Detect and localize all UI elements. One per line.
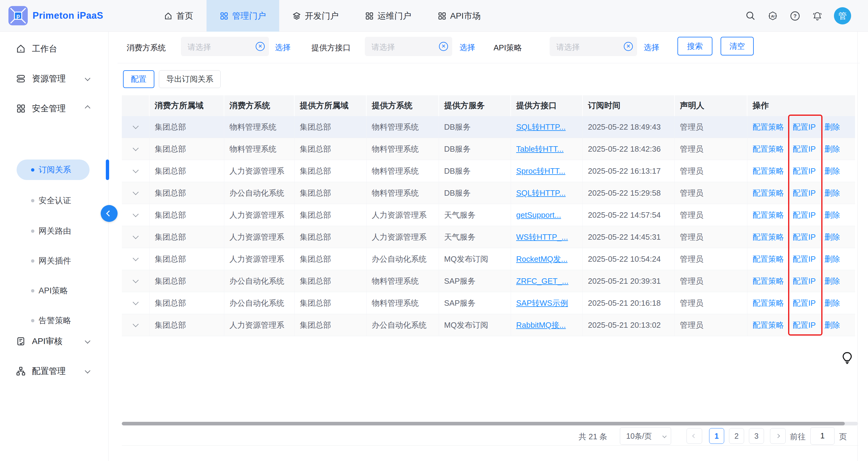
configure-ip-link[interactable]: 配置IP bbox=[793, 270, 816, 292]
goto-page-input[interactable]: 1 bbox=[810, 427, 835, 445]
delete-link[interactable]: 删除 bbox=[825, 160, 840, 182]
page-button-2[interactable]: 2 bbox=[729, 428, 744, 444]
row-expand-icon[interactable] bbox=[133, 167, 139, 173]
provider-interface-link[interactable]: WS转HTTP_... bbox=[516, 233, 568, 242]
lightbulb-helper-icon[interactable] bbox=[841, 351, 854, 364]
ai-assistant-icon[interactable]: AI bbox=[767, 10, 778, 22]
configure-policy-link[interactable]: 配置策略 bbox=[752, 160, 784, 182]
tab-home[interactable]: 首页 bbox=[151, 0, 207, 32]
row-expand-icon[interactable] bbox=[133, 255, 139, 261]
configure-policy-link[interactable]: 配置策略 bbox=[752, 248, 784, 270]
configure-ip-link[interactable]: 配置IP bbox=[793, 138, 816, 160]
configure-policy-link[interactable]: 配置策略 bbox=[752, 204, 784, 226]
page-button-1[interactable]: 1 bbox=[709, 428, 724, 444]
provider-interface-link[interactable]: getSupport... bbox=[516, 211, 561, 219]
configure-policy-link[interactable]: 配置策略 bbox=[752, 182, 784, 204]
configure-ip-link[interactable]: 配置IP bbox=[793, 292, 816, 314]
row-expand-icon[interactable] bbox=[133, 123, 139, 129]
sidebar-item-alert-policy[interactable]: 告警策略 bbox=[0, 311, 108, 330]
page-size-select[interactable]: 10条/页 bbox=[620, 427, 671, 445]
export-subscriptions-button[interactable]: 导出订阅关系 bbox=[159, 70, 221, 88]
tab-dev-portal[interactable]: 开发门户 bbox=[279, 0, 352, 32]
provider-interface-link[interactable]: SAP转WS示例 bbox=[516, 299, 568, 308]
sidebar-item-workbench[interactable]: 工作台 bbox=[0, 39, 108, 59]
api-policy-select-link[interactable]: 选择 bbox=[644, 42, 659, 53]
provider-interface-link[interactable]: Table转HTT... bbox=[516, 145, 564, 153]
row-expand-icon[interactable] bbox=[133, 189, 139, 195]
api-policy-input[interactable]: 请选择 ✕ bbox=[550, 37, 637, 56]
row-expand-icon[interactable] bbox=[133, 145, 139, 151]
horizontal-scrollbar-thumb[interactable] bbox=[122, 422, 845, 425]
provider-interface-input[interactable]: 请选择 ✕ bbox=[365, 37, 452, 56]
configure-ip-link[interactable]: 配置IP bbox=[793, 226, 816, 248]
table-row[interactable]: 集团总部 人力资源管理系 集团总部 人力资源管理系 天气服务 WS转HTTP_.… bbox=[122, 226, 855, 248]
row-expand-icon[interactable] bbox=[133, 277, 139, 283]
configure-policy-link[interactable]: 配置策略 bbox=[752, 292, 784, 314]
table-row[interactable]: 集团总部 人力资源管理系 集团总部 办公自动化系统 MQ发布订阅 RabbitM… bbox=[122, 314, 855, 336]
configure-policy-link[interactable]: 配置策略 bbox=[752, 226, 784, 248]
row-expand-icon[interactable] bbox=[133, 211, 139, 217]
row-expand-icon[interactable] bbox=[133, 299, 139, 305]
clear-button[interactable]: 清空 bbox=[720, 37, 754, 56]
clear-input-icon[interactable]: ✕ bbox=[439, 42, 448, 51]
delete-link[interactable]: 删除 bbox=[825, 314, 840, 336]
delete-link[interactable]: 删除 bbox=[825, 226, 840, 248]
table-row[interactable]: 集团总部 人力资源管理系 集团总部 人力资源管理系 天气服务 getSuppor… bbox=[122, 204, 855, 226]
table-row[interactable]: 集团总部 办公自动化系统 集团总部 物料管理系统 DB服务 SQL转HTTP..… bbox=[122, 182, 855, 204]
sidebar-item-api-policy[interactable]: API策略 bbox=[0, 282, 108, 300]
delete-link[interactable]: 删除 bbox=[825, 138, 840, 160]
delete-link[interactable]: 删除 bbox=[825, 292, 840, 314]
table-row[interactable]: 集团总部 人力资源管理系 集团总部 物料管理系统 DB服务 Sproc转HTT.… bbox=[122, 160, 855, 182]
configure-ip-link[interactable]: 配置IP bbox=[793, 248, 816, 270]
row-expand-icon[interactable] bbox=[133, 321, 139, 327]
row-expand-icon[interactable] bbox=[133, 233, 139, 239]
configure-policy-link[interactable]: 配置策略 bbox=[752, 314, 784, 336]
sidebar-item-resource-mgmt[interactable]: 资源管理 bbox=[0, 69, 108, 88]
configure-policy-link[interactable]: 配置策略 bbox=[752, 116, 784, 138]
clear-input-icon[interactable]: ✕ bbox=[256, 42, 265, 51]
configure-ip-link[interactable]: 配置IP bbox=[793, 204, 816, 226]
configure-policy-link[interactable]: 配置策略 bbox=[752, 270, 784, 292]
clear-input-icon[interactable]: ✕ bbox=[624, 42, 633, 51]
configure-ip-link[interactable]: 配置IP bbox=[793, 314, 816, 336]
tab-api-market[interactable]: API市场 bbox=[425, 0, 494, 32]
sidebar-item-security-mgmt[interactable]: 安全管理 bbox=[0, 99, 108, 118]
table-row[interactable]: 集团总部 办公自动化系统 集团总部 物料管理系统 SAP服务 ZRFC_GET_… bbox=[122, 270, 855, 292]
provider-interface-link[interactable]: SQL转HTTP... bbox=[516, 122, 566, 131]
search-button[interactable]: 搜索 bbox=[678, 37, 712, 56]
next-page-button[interactable] bbox=[770, 428, 786, 444]
delete-link[interactable]: 删除 bbox=[825, 182, 840, 204]
provider-interface-link[interactable]: Sproc转HTT... bbox=[516, 166, 565, 176]
table-row[interactable]: 集团总部 物料管理系统 集团总部 物料管理系统 DB服务 Table转HTT..… bbox=[122, 138, 855, 160]
page-button-3[interactable]: 3 bbox=[749, 428, 764, 444]
help-icon[interactable]: ? bbox=[789, 10, 801, 22]
sidebar-item-gateway-plugin[interactable]: 网关插件 bbox=[0, 252, 108, 270]
delete-link[interactable]: 删除 bbox=[825, 270, 840, 292]
configure-ip-link[interactable]: 配置IP bbox=[793, 160, 816, 182]
sidebar-item-security-auth[interactable]: 安全认证 bbox=[0, 191, 108, 210]
prev-page-button[interactable] bbox=[686, 428, 702, 444]
tab-ops-portal[interactable]: 运维门户 bbox=[352, 0, 425, 32]
provider-interface-link[interactable]: RocketMQ发... bbox=[516, 254, 567, 264]
sidebar-item-config-mgmt[interactable]: 配置管理 bbox=[0, 362, 108, 381]
delete-link[interactable]: 删除 bbox=[825, 204, 840, 226]
search-icon[interactable] bbox=[745, 10, 756, 22]
sidebar-item-api-audit[interactable]: API审核 bbox=[0, 332, 108, 351]
sidebar-collapse-toggle[interactable] bbox=[101, 205, 118, 222]
delete-link[interactable]: 删除 bbox=[825, 248, 840, 270]
configure-policy-link[interactable]: 配置策略 bbox=[752, 138, 784, 160]
provider-interface-link[interactable]: SQL转HTTP... bbox=[516, 188, 566, 197]
horizontal-scrollbar-track[interactable] bbox=[122, 422, 858, 425]
configure-button[interactable]: 配置 bbox=[123, 70, 154, 88]
tab-admin-portal[interactable]: 管理门户 bbox=[207, 0, 279, 32]
notification-bell-icon[interactable] bbox=[812, 10, 823, 22]
consumer-system-input[interactable]: 请选择 ✕ bbox=[181, 37, 269, 56]
sidebar-item-gateway-route[interactable]: 网关路由 bbox=[0, 222, 108, 240]
configure-ip-link[interactable]: 配置IP bbox=[793, 182, 816, 204]
sidebar-item-subscription[interactable]: 订阅关系 bbox=[0, 161, 108, 179]
user-avatar[interactable]: 管 bbox=[834, 7, 851, 24]
provider-interface-select-link[interactable]: 选择 bbox=[460, 42, 475, 53]
consumer-system-select-link[interactable]: 选择 bbox=[275, 42, 291, 53]
delete-link[interactable]: 删除 bbox=[825, 116, 840, 138]
table-row[interactable]: 集团总部 人力资源管理系 集团总部 办公自动化系统 MQ发布订阅 RocketM… bbox=[122, 248, 855, 270]
